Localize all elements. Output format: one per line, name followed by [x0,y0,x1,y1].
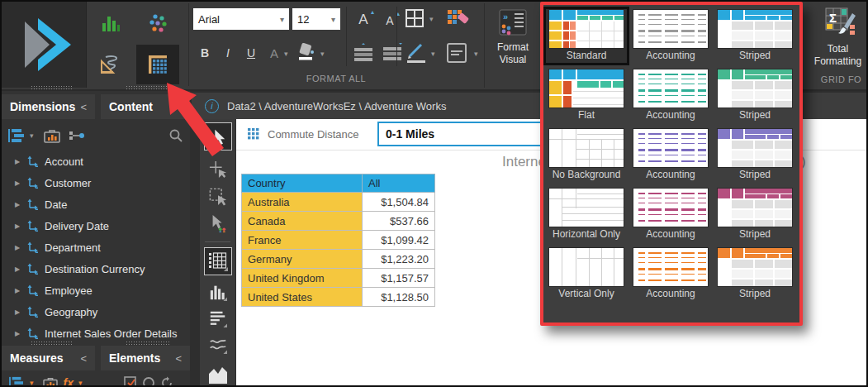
gallery-item-striped-14[interactable]: Striped [714,247,795,301]
font-color-caret[interactable]: ▾ [284,50,288,58]
line-chart-tool-button[interactable] [207,334,229,356]
formula-fx-button[interactable]: fx [64,376,74,387]
dimension-item-label: Account [45,155,83,168]
gauge-visual-button[interactable] [89,45,132,84]
format-visual-button[interactable]: » Format Visual [487,3,538,86]
gallery-item-accounting-10[interactable]: Accounting [630,188,711,241]
bold-button[interactable]: B [197,43,213,63]
decrease-row-height-button[interactable] [382,43,405,63]
expander-icon[interactable]: ▶ [15,308,26,316]
gallery-item-flat-3[interactable]: Flat [546,69,627,122]
font-size-select[interactable]: 12 ▾ [292,8,340,30]
scatter-visual-button[interactable] [134,3,182,43]
multi-select-tool-button[interactable] [207,213,229,234]
svg-text:Σ: Σ [829,11,837,25]
dimension-item-account[interactable]: ▶Account [2,150,190,172]
gallery-item-accounting-7[interactable]: Accounting [630,128,711,182]
bar-chart-tool-button[interactable] [207,281,229,303]
gallery-item-accounting-13[interactable]: Accounting [630,247,711,301]
format-all-section-label: FORMAT ALL [216,74,456,84]
clear-formatting-button[interactable] [446,7,471,31]
gallery-item-standard-0[interactable]: Standard [546,9,627,63]
fill-color-button[interactable] [296,41,317,63]
gallery-item-striped-11[interactable]: Striped [714,188,795,241]
underline-button[interactable]: U [243,43,259,63]
checkbox-icon[interactable] [124,376,137,387]
gallery-item-no-background-6[interactable]: No Background [546,128,627,182]
grow-font-button[interactable]: A ▴ [353,8,374,31]
total-formatting-button[interactable]: Σ Total Formatting [806,3,868,71]
gallery-item-accounting-4[interactable]: Accounting [630,69,711,122]
circle-icon[interactable] [142,376,155,387]
tree-view-icon[interactable] [8,128,25,143]
pointer-tool-button[interactable] [204,122,232,150]
border-color-caret[interactable]: ▾ [431,50,435,58]
gallery-item-vertical-only-12[interactable]: Vertical Only [546,247,627,301]
app-logo[interactable] [2,2,87,88]
gallery-item-striped-2[interactable]: Striped [714,9,795,63]
expander-icon[interactable]: ▶ [15,287,26,294]
table-tool-button[interactable] [204,247,232,275]
italic-button[interactable]: I [220,43,236,63]
filter-value-input[interactable]: 0-1 Miles [377,122,563,146]
metric-set-icon[interactable] [42,376,59,387]
expander-icon[interactable]: ▶ [15,330,26,337]
collapse-chevron-icon[interactable]: < [80,101,87,113]
font-color-button[interactable]: A [266,43,282,63]
lasso-select-tool-button[interactable] [207,186,229,208]
dimension-item-destination-currency[interactable]: ▶Destination Currency [2,258,190,280]
increase-row-height-button[interactable] [353,43,376,63]
splitter-grip[interactable] [31,85,74,89]
font-family-select[interactable]: Arial ▾ [193,8,289,30]
expander-icon[interactable]: ▶ [15,244,26,251]
refresh-icon[interactable] [160,376,173,387]
dimension-item-geography[interactable]: ▶Geography [2,301,190,322]
gallery-item-striped-5[interactable]: Striped [714,69,795,122]
splitter-grip[interactable] [31,341,74,345]
gallery-item-label: Flat [546,108,627,122]
fill-color-caret[interactable]: ▾ [320,50,325,58]
dimension-item-date[interactable]: ▶Date [2,194,190,215]
collapse-chevron-icon[interactable]: < [80,352,87,365]
dimension-item-employee[interactable]: ▶Employee [2,280,190,301]
collapse-chevron-icon[interactable]: < [175,352,182,365]
hierarchy-link-icon[interactable] [69,129,85,142]
bar-chart-visual-button[interactable] [89,3,132,43]
splitter-grip[interactable] [126,341,171,345]
expander-icon[interactable]: ▶ [15,222,26,230]
label-tool-button[interactable] [207,308,229,329]
tree-view-icon[interactable] [8,376,25,387]
expander-icon[interactable]: ▶ [15,265,26,273]
dimension-item-customer[interactable]: ▶Customer [2,172,190,194]
metric-set-icon[interactable] [44,128,60,143]
dimension-item-delivery-date[interactable]: ▶Delivery Date [2,215,190,236]
gallery-item-striped-8[interactable]: Striped [714,128,795,182]
splitter-grip[interactable] [126,85,171,89]
tree-view-caret[interactable]: ▾ [30,379,34,387]
alignment-button[interactable] [446,42,467,64]
area-chart-tool-button[interactable] [206,362,230,387]
gallery-item-accounting-1[interactable]: Accounting [630,9,711,63]
borders-caret[interactable]: ▾ [429,15,434,23]
table-visual-button[interactable] [136,45,179,84]
expander-icon[interactable]: ▶ [15,201,26,208]
borders-button[interactable] [405,8,425,28]
info-icon[interactable]: i [205,99,219,113]
data-grid[interactable]: CountryAll Australia$1,504.84Canada$537.… [241,174,435,307]
expander-icon[interactable]: ▶ [15,179,26,187]
alignment-caret[interactable]: ▾ [474,50,478,58]
tree-view-caret[interactable]: ▾ [30,131,34,140]
expander-icon[interactable]: ▶ [15,158,26,165]
search-icon[interactable] [168,128,183,143]
dimension-axis-icon [26,263,40,275]
point-select-tool-button[interactable] [207,159,229,180]
tab-elements[interactable]: Elements < [101,346,190,370]
fx-caret[interactable]: ▾ [78,379,83,387]
tab-content[interactable]: Content [101,94,190,119]
tab-dimensions[interactable]: Dimensions < [2,94,95,119]
gallery-item-horizontal-only-9[interactable]: Horizontal Only [546,188,627,241]
tab-measures[interactable]: Measures < [2,346,95,370]
dimension-item-department[interactable]: ▶Department [2,236,190,258]
filter-drag-handle-icon[interactable] [248,128,261,141]
border-color-button[interactable] [405,41,428,64]
